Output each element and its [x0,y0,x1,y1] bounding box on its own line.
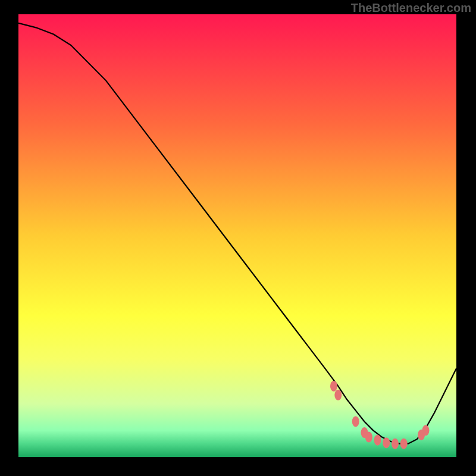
chart-marker [400,439,408,449]
chart-marker [352,416,359,427]
chart-marker [365,432,372,443]
chart-marker [422,425,429,436]
chart-svg [18,14,456,457]
chart-plot-area [18,14,456,457]
chart-background [18,14,456,457]
chart-marker [330,381,337,392]
chart-marker [334,390,342,400]
chart-marker [383,437,390,448]
watermark-text: TheBottlenecker.com [351,1,471,15]
chart-marker [374,435,381,446]
chart-marker [392,439,399,449]
